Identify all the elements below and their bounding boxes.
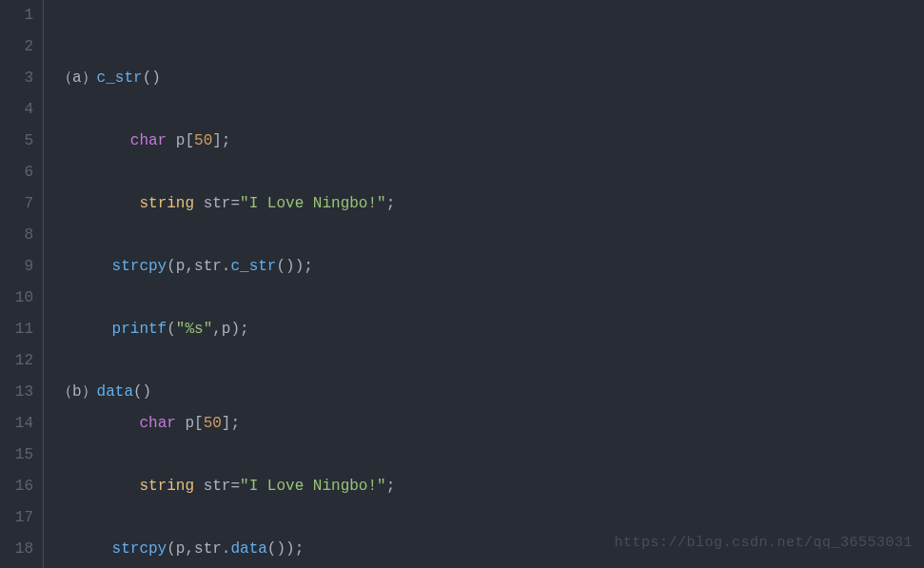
code-line[interactable] [57,283,924,314]
code-line[interactable] [57,94,924,126]
line-number: 2 [0,31,33,63]
code-line[interactable]: strcpy(p,str.c_str()); [57,251,924,283]
line-number-gutter: 123456789101112131415161718 [0,0,44,568]
line-number: 16 [0,471,33,502]
token-string: "%s" [176,321,212,338]
line-number: 12 [0,345,33,377]
code-line[interactable]: （b）data() [57,377,924,408]
line-number: 3 [0,63,33,94]
code-line[interactable]: strcpy(p,str.data()); [57,534,924,565]
token-plain [57,415,139,432]
token-punct: ]; [222,415,240,432]
token-call: data [230,540,266,558]
code-line[interactable]: char p[50]; [57,126,924,157]
code-line[interactable]: printf("%s",p); [57,314,924,345]
line-number: 14 [0,408,33,440]
token-plain: p [176,415,194,432]
token-keyword: char [130,132,167,149]
code-line[interactable]: string str="I Love Ningbo!"; [57,188,924,220]
token-number: 50 [204,415,222,432]
token-string: "I Love Ningbo!" [240,195,386,212]
line-number: 5 [0,126,33,157]
line-number: 9 [0,251,33,283]
token-plain: p [167,132,185,149]
code-line[interactable] [57,157,924,188]
line-number: 17 [0,502,33,534]
code-line[interactable] [57,502,924,534]
line-number: 11 [0,314,33,345]
line-number: 10 [0,283,33,314]
code-line[interactable] [57,220,924,251]
token-type: string [139,195,194,212]
token-keyword: char [139,415,175,432]
token-plain [57,321,112,338]
code-editor: 123456789101112131415161718 （a）c_str() c… [0,0,924,568]
token-punct: ; [386,478,396,495]
code-line[interactable] [57,440,924,471]
line-number: 15 [0,440,33,471]
token-string: "I Love Ningbo!" [240,478,386,495]
token-call: c_str [230,258,276,275]
token-punct: (p,str. [167,540,230,558]
token-call: c_str [97,69,143,87]
token-type: string [139,478,194,495]
token-punct: (p,str. [167,258,230,275]
token-punct: ()); [267,540,304,558]
token-plain [57,540,112,558]
token-call: printf [112,321,167,338]
code-line[interactable] [57,345,924,377]
token-punct: [ [185,132,194,149]
line-number: 7 [0,188,33,220]
line-number: 4 [0,94,33,126]
line-number: 1 [0,0,33,31]
token-plain [57,132,130,149]
token-punct: ()); [276,258,312,275]
token-punct: = [230,195,240,212]
token-plain: str [194,195,230,212]
token-plain: str [194,478,230,495]
token-plain [57,478,139,495]
code-line[interactable]: string str="I Love Ningbo!"; [57,471,924,502]
line-number: 18 [0,534,33,565]
token-plain: （a） [57,69,97,87]
token-punct: () [133,383,151,401]
token-punct: ( [167,321,176,338]
token-plain [57,195,139,212]
token-call: data [97,383,133,401]
token-punct: [ [194,415,204,432]
line-number: 13 [0,377,33,408]
code-line[interactable]: char p[50]; [57,408,924,440]
line-number: 8 [0,220,33,251]
token-plain [57,258,112,275]
token-punct: ]; [212,132,230,149]
token-number: 50 [194,132,212,149]
token-plain: （b） [57,383,97,401]
token-punct: () [143,69,161,87]
token-call: strcpy [112,258,167,275]
token-punct: ,p); [212,321,248,338]
code-line[interactable]: （a）c_str() [57,63,924,94]
code-area[interactable]: （a）c_str() char p[50]; string str="I Lov… [44,0,924,568]
line-number: 6 [0,157,33,188]
token-punct: = [230,478,240,495]
token-call: strcpy [112,540,167,558]
token-punct: ; [386,195,396,212]
